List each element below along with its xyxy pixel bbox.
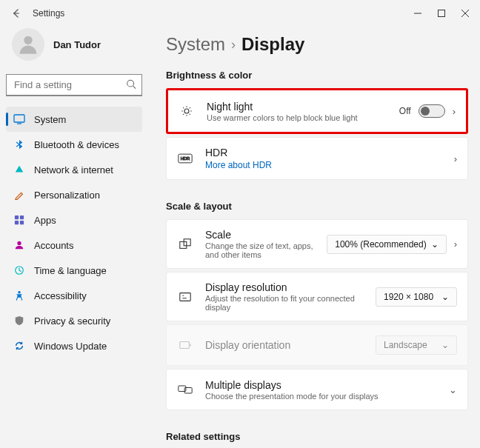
nav-label: Personalization	[34, 190, 100, 201]
time-icon	[13, 264, 25, 276]
panel-title: Multiple displays	[205, 379, 449, 391]
nav-label: Accessibility	[34, 290, 87, 301]
hdr-link[interactable]: More about HDR	[205, 160, 454, 170]
app-title: Settings	[33, 8, 64, 19]
dropdown-value: Landscape	[384, 340, 427, 350]
scale-dropdown[interactable]: 100% (Recommended)⌄	[327, 235, 446, 254]
panel-subtitle: Use warmer colors to help block blue lig…	[207, 113, 399, 122]
svg-point-8	[17, 241, 21, 245]
dropdown-value: 100% (Recommended)	[335, 239, 426, 250]
panel-subtitle: Choose the presentation mode for your di…	[205, 392, 449, 401]
svg-rect-3	[14, 115, 24, 122]
chevron-right-icon: ›	[454, 238, 457, 250]
scale-icon	[177, 238, 193, 251]
panel-subtitle: Adjust the resolution to fit your connec…	[205, 294, 376, 312]
nav-label: Apps	[34, 215, 56, 226]
nav-bluetooth[interactable]: Bluetooth & devices	[6, 132, 142, 157]
arrow-left-icon	[11, 8, 21, 19]
resolution-icon	[177, 290, 193, 304]
svg-point-2	[127, 80, 134, 87]
personalization-icon	[13, 189, 25, 201]
svg-rect-15	[184, 238, 190, 245]
accounts-icon	[13, 239, 25, 251]
panel-title: Display orientation	[205, 339, 376, 351]
nav-personalization[interactable]: Personalization	[6, 182, 142, 207]
privacy-icon	[13, 315, 25, 327]
panel-multiple-displays[interactable]: Multiple displays Choose the presentatio…	[166, 369, 468, 410]
highlight-annotation: Night light Use warmer colors to help bl…	[166, 88, 468, 134]
panel-subtitle: Change the size of text, apps, and other…	[205, 241, 327, 259]
nav-list: System Bluetooth & devices Network & int…	[6, 107, 142, 358]
svg-point-1	[24, 36, 32, 44]
night-light-icon	[179, 104, 195, 118]
system-icon	[13, 113, 25, 125]
person-icon	[16, 32, 41, 57]
dropdown-value: 1920 × 1080	[384, 292, 433, 302]
minimize-button[interactable]	[406, 3, 430, 24]
user-profile[interactable]: Dan Tudor	[6, 27, 142, 74]
multiple-displays-icon	[177, 384, 193, 395]
chevron-down-icon: ⌄	[449, 384, 457, 395]
nav-label: Bluetooth & devices	[34, 139, 119, 150]
close-button[interactable]	[453, 3, 477, 24]
section-brightness: Brightness & color	[166, 70, 468, 81]
update-icon	[13, 340, 25, 352]
svg-point-10	[18, 291, 21, 294]
nav-label: Privacy & security	[34, 315, 110, 327]
chevron-down-icon: ⌄	[431, 239, 439, 250]
search-input[interactable]	[6, 74, 142, 96]
breadcrumb: System › Display	[166, 34, 468, 55]
nav-system[interactable]: System	[6, 107, 142, 132]
chevron-down-icon: ⌄	[441, 292, 449, 302]
section-scale: Scale & layout	[166, 201, 468, 212]
svg-text:HDR: HDR	[181, 157, 190, 161]
panel-resolution[interactable]: Display resolution Adjust the resolution…	[166, 272, 468, 321]
orientation-dropdown: Landscape⌄	[376, 335, 457, 355]
chevron-right-icon: ›	[453, 106, 456, 117]
user-name: Dan Tudor	[53, 39, 101, 50]
orientation-icon	[177, 338, 193, 352]
svg-rect-14	[180, 241, 187, 248]
nav-time[interactable]: Time & language	[6, 258, 142, 283]
panel-title: HDR	[205, 147, 454, 158]
nav-label: Network & internet	[34, 164, 113, 175]
svg-rect-0	[439, 10, 445, 17]
breadcrumb-current: Display	[241, 34, 304, 55]
nav-privacy[interactable]: Privacy & security	[6, 308, 142, 333]
nav-apps[interactable]: Apps	[6, 207, 142, 233]
panel-hdr[interactable]: HDR HDR More about HDR ›	[166, 137, 468, 180]
nav-update[interactable]: Windows Update	[6, 333, 142, 358]
chevron-down-icon: ⌄	[441, 340, 449, 350]
nav-label: System	[34, 114, 66, 125]
night-light-toggle[interactable]	[419, 104, 445, 118]
section-related: Related settings	[166, 431, 468, 442]
search-input-wrapper	[6, 74, 142, 96]
panel-orientation: Display orientation Landscape⌄	[166, 324, 468, 366]
breadcrumb-parent[interactable]: System	[166, 34, 225, 55]
svg-rect-5	[20, 215, 24, 219]
panel-title: Night light	[207, 101, 399, 113]
apps-icon	[13, 214, 25, 226]
svg-point-11	[184, 109, 189, 113]
back-button[interactable]	[9, 6, 24, 21]
panel-title: Scale	[205, 229, 327, 241]
chevron-right-icon: ›	[231, 37, 236, 53]
svg-rect-16	[180, 292, 190, 301]
nav-accounts[interactable]: Accounts	[6, 233, 142, 258]
resolution-dropdown[interactable]: 1920 × 1080⌄	[376, 287, 457, 307]
panel-scale[interactable]: Scale Change the size of text, apps, and…	[166, 219, 468, 269]
panel-night-light[interactable]: Night light Use warmer colors to help bl…	[168, 90, 466, 132]
network-icon	[13, 164, 25, 175]
toggle-state-label: Off	[399, 106, 411, 116]
close-icon	[461, 10, 469, 17]
nav-network[interactable]: Network & internet	[6, 157, 142, 182]
nav-accessibility[interactable]: Accessibility	[6, 283, 142, 308]
search-icon	[126, 79, 136, 92]
svg-rect-17	[180, 342, 190, 349]
maximize-button[interactable]	[430, 3, 453, 24]
nav-label: Windows Update	[34, 341, 107, 352]
accessibility-icon	[13, 290, 25, 301]
chevron-right-icon: ›	[454, 153, 457, 164]
nav-label: Time & language	[34, 265, 107, 276]
svg-rect-6	[15, 221, 19, 224]
